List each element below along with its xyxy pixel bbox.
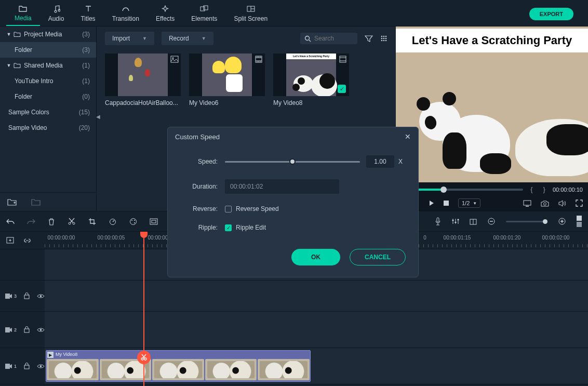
add-track-icon[interactable] <box>6 237 14 244</box>
sidebar-shared-media[interactable]: ▼ Shared Media (1) <box>0 58 96 73</box>
zoom-in-icon[interactable] <box>558 217 566 225</box>
import-dropdown[interactable]: Import ▼ <box>105 32 154 45</box>
cancel-button[interactable]: CANCEL <box>350 249 406 265</box>
svg-point-10 <box>381 38 383 39</box>
mixer-icon[interactable] <box>451 218 459 225</box>
timeline-track-v1[interactable]: 1 ▶ My Video8 <box>0 348 588 384</box>
svg-point-12 <box>385 38 387 39</box>
preview-video[interactable]: Let's Have a Scratching Party <box>396 26 588 182</box>
duration-input[interactable]: 00:00:01:02 <box>225 179 339 194</box>
undo-icon[interactable] <box>6 218 15 225</box>
clip-play-icon[interactable]: ▶ <box>47 352 54 358</box>
tab-titles[interactable]: Titles <box>72 3 103 25</box>
svg-point-13 <box>381 40 383 42</box>
mark-in-icon[interactable]: { <box>527 185 536 193</box>
zoom-out-icon[interactable] <box>487 217 496 225</box>
fullscreen-icon[interactable] <box>576 199 583 207</box>
link-icon[interactable] <box>23 237 31 244</box>
tab-audio[interactable]: Audio <box>40 3 73 25</box>
tab-elements[interactable]: Elements <box>183 3 225 25</box>
media-thumbnails: CappadociaHotAirBalloo... My Video6 Let'… <box>97 50 396 110</box>
sidebar-label: Shared Media <box>24 62 82 69</box>
split-clip-icon[interactable] <box>68 218 76 225</box>
svg-point-39 <box>134 220 135 221</box>
quality-icon[interactable] <box>523 200 531 207</box>
mark-out-icon[interactable]: } <box>540 185 549 193</box>
zoom-slider[interactable] <box>506 221 547 222</box>
sidebar-sample-video[interactable]: Sample Video (20) <box>0 120 96 136</box>
ruler-tick: 00:00:00:00 <box>48 235 75 241</box>
media-thumb[interactable]: Let's Have a Scratching Party ✓ My Video… <box>273 54 349 107</box>
delete-icon[interactable] <box>48 218 55 225</box>
lock-icon[interactable] <box>24 363 30 369</box>
import-label: Import <box>112 35 130 42</box>
sidebar-folder-1[interactable]: Folder (3) <box>0 42 96 58</box>
sidebar-project-media[interactable]: ▼ Project Media (3) <box>0 26 96 42</box>
eye-icon[interactable] <box>37 294 45 299</box>
folder-icon <box>19 4 27 12</box>
media-thumb[interactable]: CappadociaHotAirBalloo... <box>105 54 181 107</box>
scrub-bar[interactable] <box>401 189 523 191</box>
sidebar-youtube-intro[interactable]: YouTube Intro (1) <box>0 73 96 89</box>
green-screen-icon[interactable] <box>150 218 158 225</box>
svg-point-35 <box>73 222 75 224</box>
filter-icon[interactable] <box>365 35 373 42</box>
tab-media[interactable]: Media <box>6 2 40 26</box>
track-height-toggle[interactable] <box>577 216 582 227</box>
voiceover-icon[interactable] <box>435 217 441 225</box>
collapse-sidebar-icon[interactable]: ◀ <box>96 114 100 119</box>
sidebar-sample-colors[interactable]: Sample Colors (15) <box>0 104 96 120</box>
lock-icon[interactable] <box>24 326 30 333</box>
speed-value[interactable]: 1.00 <box>366 155 394 168</box>
playhead[interactable] <box>143 232 144 386</box>
grid-view-icon[interactable] <box>380 35 387 42</box>
snapshot-icon[interactable] <box>541 200 549 207</box>
record-dropdown[interactable]: Record ▼ <box>162 32 213 45</box>
tab-titles-label: Titles <box>81 15 95 22</box>
thumb-image <box>118 54 168 96</box>
svg-rect-62 <box>5 364 10 369</box>
crop-icon[interactable] <box>88 218 96 225</box>
color-icon[interactable] <box>129 218 137 225</box>
media-thumb[interactable]: My Video6 <box>189 54 265 107</box>
svg-rect-44 <box>452 220 454 221</box>
video-track-icon <box>5 294 12 299</box>
new-folder-icon[interactable] <box>7 198 17 206</box>
timeline-track-v3[interactable]: 3 <box>0 281 588 312</box>
svg-rect-46 <box>458 219 459 220</box>
redo-icon[interactable] <box>27 218 35 225</box>
timeline-clip[interactable]: ▶ My Video8 <box>46 350 311 382</box>
svg-point-14 <box>383 40 385 42</box>
tab-effects[interactable]: Effects <box>148 3 183 25</box>
speed-slider[interactable] <box>225 161 360 163</box>
sparkle-icon <box>162 5 169 13</box>
preview-zoom-dropdown[interactable]: 1/2▼ <box>458 198 480 208</box>
ok-button[interactable]: OK <box>291 249 340 265</box>
eye-icon[interactable] <box>37 327 45 332</box>
close-icon[interactable]: ✕ <box>405 132 411 141</box>
folder-icon[interactable] <box>31 198 41 206</box>
stop-icon[interactable] <box>444 198 449 208</box>
speed-icon[interactable] <box>109 218 117 225</box>
shapes-icon <box>200 5 208 13</box>
search-input[interactable] <box>314 35 351 42</box>
tab-split-label: Split Screen <box>234 15 268 22</box>
ripple-checkbox[interactable]: ✓ <box>225 224 232 231</box>
timeline-track-v2[interactable]: 2 <box>0 312 588 348</box>
export-button[interactable]: EXPORT <box>529 8 573 20</box>
reverse-checkbox[interactable] <box>225 206 232 212</box>
marker-icon[interactable] <box>470 218 477 225</box>
browser-toolbar: Import ▼ Record ▼ <box>97 26 396 50</box>
search-box[interactable] <box>300 33 357 44</box>
custom-speed-dialog: Custom Speed ✕ Speed: 1.00 X Duration: 0… <box>167 127 419 277</box>
duration-label: Duration: <box>183 183 225 190</box>
volume-icon[interactable] <box>558 200 566 207</box>
tab-transition[interactable]: Transition <box>104 3 148 25</box>
lock-icon[interactable] <box>24 292 30 299</box>
eye-icon[interactable] <box>37 364 45 369</box>
playhead-scissors-icon[interactable] <box>137 351 151 364</box>
play-icon[interactable] <box>429 198 434 208</box>
track-head: 1 <box>0 348 45 384</box>
tab-split-screen[interactable]: Split Screen <box>225 3 276 25</box>
sidebar-folder-2[interactable]: Folder (0) <box>0 89 96 104</box>
